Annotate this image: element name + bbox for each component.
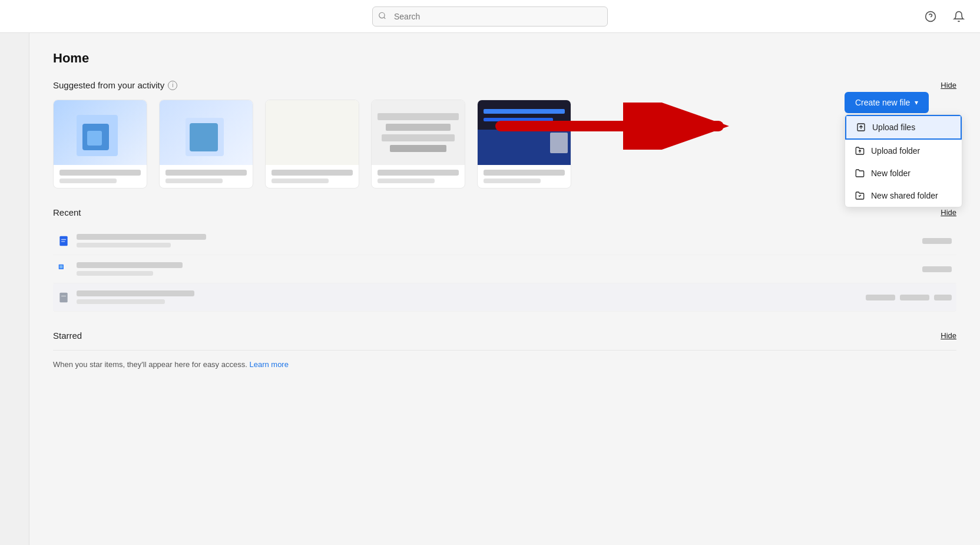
starred-section-title: Starred — [53, 331, 82, 341]
dropdown-menu: Upload files Upload folder — [845, 114, 962, 207]
file-card-info — [160, 165, 253, 188]
file-card-thumbnail — [372, 100, 465, 165]
topbar-icons — [921, 7, 968, 26]
recent-section-title: Recent — [53, 207, 81, 217]
file-card-thumbnail — [478, 100, 571, 165]
upload-file-icon — [856, 122, 866, 133]
file-card-info — [372, 165, 465, 188]
search-input[interactable] — [372, 6, 608, 27]
starred-hide-button[interactable]: Hide — [941, 331, 956, 340]
notifications-button[interactable] — [949, 7, 968, 26]
upload-folder-icon — [855, 146, 865, 156]
new-shared-folder-button[interactable]: New shared folder — [845, 184, 962, 207]
upload-folder-button[interactable]: Upload folder — [845, 140, 962, 162]
recent-hide-button[interactable]: Hide — [941, 208, 956, 217]
folder-icon — [855, 168, 865, 179]
recent-item-text — [77, 262, 922, 276]
file-card-info — [478, 165, 571, 188]
starred-empty-message: When you star items, they'll appear here… — [53, 350, 956, 378]
recent-item-text — [77, 290, 866, 304]
recent-item-date — [922, 238, 952, 244]
recent-item-text — [77, 234, 922, 247]
file-card-thumbnail — [160, 100, 253, 165]
new-folder-button[interactable]: New folder — [845, 162, 962, 184]
chevron-down-icon: ▾ — [915, 98, 918, 107]
layout: Home Suggested from your activity i Hide — [0, 33, 980, 545]
dropdown-container: Create new file ▾ Upload files — [845, 92, 962, 207]
file-card-info — [266, 165, 359, 188]
starred-section: Starred Hide When you star items, they'l… — [53, 331, 956, 378]
shared-folder-icon — [855, 190, 865, 201]
recent-item[interactable] — [53, 255, 956, 283]
file-card-thumbnail — [54, 100, 147, 165]
recent-list — [53, 227, 956, 312]
recent-file-icon — [58, 292, 69, 303]
recent-item-actions — [866, 295, 952, 300]
file-card[interactable] — [371, 100, 465, 189]
recent-file-icon — [58, 235, 69, 247]
suggested-info-icon[interactable]: i — [168, 81, 177, 90]
learn-more-link[interactable]: Learn more — [249, 360, 288, 369]
svg-rect-6 — [61, 241, 65, 242]
file-card[interactable] — [265, 100, 359, 189]
page-title: Home — [53, 51, 956, 66]
svg-rect-8 — [59, 265, 62, 268]
file-card-thumbnail — [266, 100, 359, 165]
main-content: Home Suggested from your activity i Hide — [29, 33, 980, 545]
recent-item[interactable] — [53, 283, 956, 312]
file-card[interactable] — [477, 100, 571, 189]
svg-rect-5 — [61, 239, 66, 240]
search-wrapper — [372, 6, 608, 27]
topbar — [0, 0, 980, 33]
help-button[interactable] — [921, 7, 940, 26]
file-card-info — [54, 165, 147, 188]
recent-item[interactable] — [53, 227, 956, 255]
file-card[interactable] — [53, 100, 147, 189]
starred-section-header: Starred Hide — [53, 331, 956, 341]
recent-section-header: Recent Hide — [53, 207, 956, 217]
suggested-section-title: Suggested from your activity i — [53, 80, 177, 90]
sidebar — [0, 33, 29, 545]
suggested-hide-button[interactable]: Hide — [941, 81, 956, 90]
recent-item-date — [922, 266, 952, 272]
svg-rect-9 — [59, 292, 67, 302]
svg-rect-10 — [61, 295, 66, 296]
create-new-file-button[interactable]: Create new file ▾ — [845, 92, 929, 113]
suggested-section-header: Suggested from your activity i Hide — [53, 80, 956, 90]
file-cards-grid — [53, 100, 956, 189]
file-card[interactable] — [159, 100, 253, 189]
recent-file-icon — [58, 263, 69, 275]
upload-files-button[interactable]: Upload files — [845, 115, 962, 140]
